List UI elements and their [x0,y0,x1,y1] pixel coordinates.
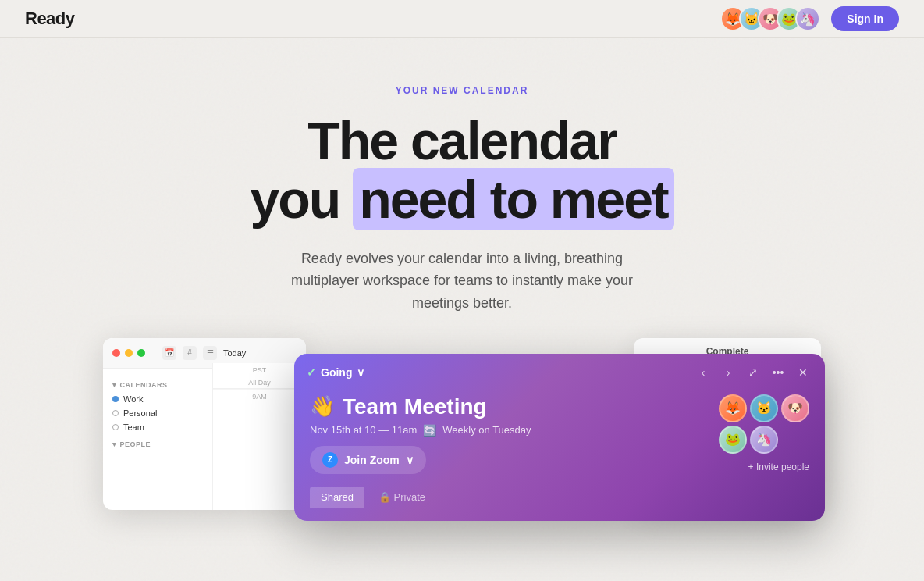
hashtag-icon: # [183,346,197,360]
prev-button[interactable]: ‹ [694,363,713,382]
hero-title: The calendar you need to meet [0,112,924,229]
invite-people-button[interactable]: + Invite people [748,462,809,472]
time-9am: 9AM [213,389,306,404]
today-button[interactable]: Today [223,348,246,358]
close-button[interactable]: ✕ [794,363,812,382]
hero-tag: YOUR NEW CALENDAR [0,85,924,96]
modal-toolbar: ✓ Going ∨ ‹ › ⤢ ••• ✕ [294,354,825,388]
modal-tabs: Shared 🔒 Private [310,487,809,508]
avatar: 🦄 [795,6,820,31]
attendee-avatar: 🦊 [719,394,747,422]
going-chevron-icon: ∨ [357,366,364,379]
tab-private[interactable]: 🔒 Private [368,487,436,508]
modal-content: 👋 Team Meeting Nov 15th at 10 — 11am 🔄 W… [294,388,825,521]
pst-label: PST [213,363,306,377]
event-modal: ✓ Going ∨ ‹ › ⤢ ••• ✕ 👋 Te [294,354,825,521]
event-info: 👋 Team Meeting Nov 15th at 10 — 11am 🔄 W… [310,394,531,474]
join-zoom-button[interactable]: Z Join Zoom ∨ [310,446,426,474]
wave-icon: 👋 [310,394,335,419]
modal-nav: ‹ › ⤢ ••• ✕ [694,363,812,382]
highlight-text: need to meet [353,168,673,230]
attendee-avatar: 🐶 [781,394,809,422]
avatar-group: 🦊 🐱 🐶 🐸 🦄 [720,6,820,31]
attendee-avatar: 🐸 [719,426,747,454]
sidebar-icon: ☰ [203,346,217,360]
hero-subtitle: Ready evolves your calendar into a livin… [275,248,649,315]
close-traffic-light[interactable] [112,349,120,357]
event-title: 👋 Team Meeting [310,394,531,419]
zoom-chevron-icon: ∨ [406,454,414,466]
minimize-traffic-light[interactable] [125,349,133,357]
sign-in-button[interactable]: Sign In [831,6,899,31]
attendee-avatar: 🦄 [750,426,778,454]
logo: Ready [25,9,75,29]
cal-main-area: PST All Day 9AM [212,363,306,510]
maximize-traffic-light[interactable] [137,349,145,357]
hero-title-line2: you need to meet [250,170,673,229]
header: Ready 🦊 🐱 🐶 🐸 🦄 Sign In [0,0,924,38]
hero-section: YOUR NEW CALENDAR The calendar you need … [0,38,924,315]
calendar-window: 📅 # ☰ Today ▾ CALENDARS Work Personal [103,338,306,510]
header-right: 🦊 🐱 🐶 🐸 🦄 Sign In [720,6,899,31]
event-header: 👋 Team Meeting Nov 15th at 10 — 11am 🔄 W… [310,394,809,474]
event-meta: Nov 15th at 10 — 11am 🔄 Weekly on Tuesda… [310,424,531,437]
attendees-section: 🦊 🐱 🐶 🐸 🦄 + Invite people [719,394,809,472]
recurring-icon: 🔄 [423,424,436,437]
personal-dot [112,410,119,416]
calendar-icon: 📅 [162,346,176,360]
zoom-icon: Z [322,452,338,468]
tab-shared[interactable]: Shared [310,487,364,508]
work-dot [112,396,119,402]
going-check-icon: ✓ [307,366,316,379]
allday-label: All Day [213,377,306,389]
going-badge: ✓ Going ∨ [307,366,364,379]
attendees-grid: 🦊 🐱 🐶 🐸 🦄 [719,394,809,454]
more-options-button[interactable]: ••• [769,363,787,382]
team-dot [112,424,119,430]
next-button[interactable]: › [719,363,737,382]
expand-button[interactable]: ⤢ [744,363,762,382]
cal-toolbar: 📅 # ☰ Today [156,346,252,360]
attendee-avatar: 🐱 [750,394,778,422]
